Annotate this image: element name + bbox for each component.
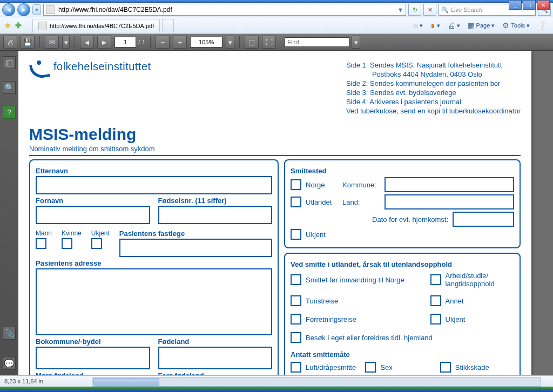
tab-favicon-icon: [38, 22, 47, 30]
pdf-help-panel-button[interactable]: ?: [3, 106, 16, 119]
label-ukjent-sted: Ukjent: [306, 231, 326, 239]
label-kvinne: Kvinne: [62, 229, 82, 237]
label-mode-sex: Sex: [380, 363, 392, 371]
home-button[interactable]: ⌂▾: [410, 19, 426, 32]
pdf-page-indicator: / 1: [114, 37, 145, 48]
pdf-page-total: 1: [142, 39, 145, 45]
label-reason-ukjent: Ukjent: [446, 315, 466, 323]
input-fodeland[interactable]: [158, 347, 273, 369]
pdf-pages-panel-button[interactable]: ▥: [3, 56, 16, 69]
label-reason-forretning: Forretningsreise: [306, 315, 356, 323]
pdf-search-panel-button[interactable]: 🔍: [3, 81, 16, 94]
input-adresse[interactable]: [36, 268, 272, 335]
pdf-zoom-value[interactable]: 105%: [190, 37, 222, 48]
maximize-button[interactable]: □: [523, 0, 536, 10]
checkbox-reason-ukjent[interactable]: [430, 314, 441, 325]
rss-icon: ∎: [430, 21, 435, 30]
input-bokommune[interactable]: [36, 347, 150, 369]
pdf-find-input[interactable]: [285, 37, 349, 47]
checkbox-reason-arbeid[interactable]: [430, 274, 441, 285]
new-tab-button[interactable]: [162, 19, 174, 32]
browser-nav-bar: ◄ ► ▼ ▼ ↻ ✕ 🔍 Live Search 🔍: [0, 3, 553, 17]
pdf-save-button[interactable]: 💾: [21, 36, 35, 49]
checkbox-reason-annet[interactable]: [430, 295, 441, 306]
checkbox-reason-innvandring[interactable]: [291, 274, 301, 285]
pdf-comments-button[interactable]: 💬: [3, 357, 16, 370]
checkbox-mann[interactable]: [36, 238, 46, 249]
url-input[interactable]: [57, 5, 395, 15]
pdf-find-dropdown[interactable]: ▾: [352, 36, 360, 49]
input-kommune[interactable]: [385, 177, 514, 192]
label-fornavn: Fornavn: [36, 197, 150, 205]
pdf-document-pane[interactable]: folkehelseinstituttet Side 1: Sendes MSI…: [18, 51, 553, 375]
checkbox-mode-luft[interactable]: [291, 362, 301, 373]
recent-pages-dropdown[interactable]: ▼: [32, 4, 41, 15]
pdf-email-dropdown[interactable]: ▾: [62, 36, 70, 49]
pdf-print-button[interactable]: 🖨: [3, 36, 17, 49]
horizontal-scroll-thumb[interactable]: [93, 378, 159, 386]
form-title: MSIS-melding: [29, 125, 531, 144]
label-norge: Norge: [306, 181, 338, 189]
tab-title: http://www.fhi.no/dav/4BC7C2E5DA.pdf: [50, 23, 154, 29]
checkbox-ukjent-sex[interactable]: [91, 238, 102, 249]
pdf-fit-page-button[interactable]: ⛶: [262, 36, 276, 49]
checkbox-norge[interactable]: [291, 179, 301, 190]
status-dimensions: 8,23 x 11,64 in: [4, 378, 43, 384]
checkbox-reason-turist[interactable]: [291, 295, 301, 306]
pdf-zoom-in-button[interactable]: +: [173, 36, 187, 49]
checkbox-reason-besok[interactable]: [291, 332, 301, 343]
refresh-button[interactable]: ↻: [408, 4, 421, 16]
checkbox-kvinne[interactable]: [62, 238, 72, 249]
label-etternavn: Etternavn: [36, 167, 272, 175]
label-fodselsnr: Fødselsnr. (11 siffer): [158, 197, 273, 205]
search-placeholder: Live Search: [451, 6, 482, 13]
checkbox-reason-forretning[interactable]: [291, 314, 301, 325]
pdf-email-button[interactable]: ✉: [45, 36, 59, 49]
label-hjemkomst: Dato for evt. hjemkomst:: [372, 215, 448, 224]
pdf-attachments-button[interactable]: 📎: [3, 327, 16, 340]
help-button[interactable]: ❔: [534, 19, 550, 32]
checkbox-mode-sex[interactable]: [365, 362, 376, 373]
input-etternavn[interactable]: [36, 176, 272, 194]
page-menu[interactable]: ▦Page ▾: [464, 19, 498, 32]
label-fars-fodeland: Fars fødeland: [158, 371, 273, 375]
input-fastlege[interactable]: [119, 239, 272, 257]
feeds-button[interactable]: ∎▾: [427, 19, 443, 32]
label-mode-luft: Luft/dråpesmitte: [306, 363, 356, 371]
address-bar[interactable]: ▼: [43, 4, 406, 16]
print-button[interactable]: 🖨▾: [444, 19, 463, 32]
checkbox-utlandet[interactable]: [291, 197, 301, 207]
pdf-zoom-dropdown[interactable]: ▾: [226, 36, 234, 49]
add-favorite-icon[interactable]: ✚: [14, 21, 23, 30]
close-button[interactable]: ✕: [537, 0, 550, 10]
pdf-fit-width-button[interactable]: ⬚: [245, 36, 259, 49]
distribution-instructions: Side 1: Sendes MSIS, Nasjonalt folkehels…: [346, 60, 521, 116]
pdf-next-page-button[interactable]: ►: [97, 36, 111, 49]
windows-taskbar[interactable]: [0, 387, 553, 392]
input-hjemkomst[interactable]: [453, 212, 514, 227]
pdf-zoom-out-button[interactable]: −: [156, 36, 170, 49]
favorites-icon[interactable]: ★: [3, 21, 12, 30]
gear-icon: ⚙: [502, 21, 509, 30]
label-land: Land:: [342, 198, 380, 206]
horizontal-scrollbar[interactable]: [92, 377, 541, 387]
pdf-page-input[interactable]: [114, 37, 136, 48]
pdf-prev-page-button[interactable]: ◄: [80, 36, 94, 49]
label-reason-annet: Annet: [446, 297, 464, 305]
address-dropdown-icon[interactable]: ▼: [397, 6, 403, 13]
input-land[interactable]: [385, 194, 514, 209]
minimize-button[interactable]: _: [509, 0, 522, 10]
forward-button[interactable]: ►: [17, 3, 30, 16]
label-fastlege: Pasientens fastlege: [119, 229, 272, 238]
label-utlandet: Utlandet: [306, 198, 338, 206]
checkbox-ukjent-sted[interactable]: [291, 229, 301, 240]
back-button[interactable]: ◄: [2, 3, 15, 16]
stop-button[interactable]: ✕: [423, 4, 436, 16]
checkbox-mode-stikk[interactable]: [440, 362, 451, 373]
label-fodeland: Fødeland: [158, 337, 273, 346]
browser-tab[interactable]: http://www.fhi.no/dav/4BC7C2E5DA.pdf: [32, 19, 160, 32]
input-fodselsnr[interactable]: [158, 206, 273, 224]
input-fornavn[interactable]: [36, 206, 150, 224]
utenlands-panel: Ved smitte i utlandet, årsak til utenlan…: [284, 253, 521, 375]
tools-menu[interactable]: ⚙Tools ▾: [499, 19, 533, 32]
